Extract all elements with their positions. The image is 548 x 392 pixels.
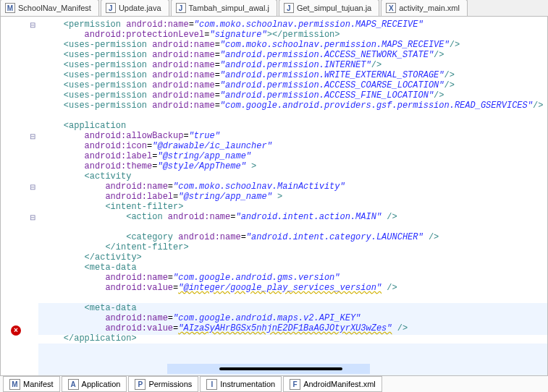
permissions-icon: P — [135, 379, 146, 390]
form-editor-tabs: MManifest AApplication PPermissions IIns… — [0, 375, 548, 392]
fold-toggle[interactable]: ⊟ — [28, 184, 37, 192]
file-icon: F — [290, 379, 300, 390]
tab-manifest[interactable]: MManifest — [3, 376, 60, 392]
tab-tambah-simpul[interactable]: JTambah_simpul_awal.j — [171, 0, 277, 16]
tab-get-simpul[interactable]: JGet_simpul_tujuan.ja — [279, 0, 379, 16]
java-icon: J — [106, 3, 116, 13]
manifest-icon: M — [9, 379, 20, 390]
editor-shell: ⊟ ⊟ ⊟ ⊟ × <permission android:name="com.… — [0, 16, 548, 376]
editor-tabs: MSchoolNav_Manifest JUpdate.java JTambah… — [0, 0, 548, 17]
java-icon: J — [176, 3, 186, 13]
fold-toggle[interactable]: ⊟ — [28, 133, 37, 142]
tab-instrumentation[interactable]: IInstrumentation — [200, 376, 282, 392]
fold-toggle[interactable]: ⊟ — [28, 22, 37, 30]
tab-update-java[interactable]: JUpdate.java — [101, 0, 169, 16]
fold-toggle[interactable]: ⊟ — [28, 214, 37, 223]
tab-schoolnav-manifest[interactable]: MSchoolNav_Manifest — [0, 0, 99, 16]
editor-gutter: ⊟ ⊟ ⊟ ⊟ × — [1, 17, 39, 375]
instrumentation-icon: I — [206, 379, 217, 390]
source-code[interactable]: <permission android:name="com.moko.schoo… — [38, 17, 547, 344]
xml-icon: X — [386, 3, 396, 13]
tab-androidmanifest-xml[interactable]: FAndroidManifest.xml — [283, 376, 382, 392]
error-icon: × — [11, 325, 21, 336]
application-icon: A — [68, 379, 79, 390]
tab-permissions[interactable]: PPermissions — [128, 376, 198, 392]
tab-activity-main-xml[interactable]: Xactivity_main.xml — [381, 0, 468, 16]
redaction-overlay — [219, 367, 342, 370]
manifest-icon: M — [5, 3, 15, 13]
editor-code-area[interactable]: <permission android:name="com.moko.schoo… — [38, 17, 547, 375]
tab-application[interactable]: AApplication — [62, 376, 127, 392]
java-icon: J — [284, 3, 294, 13]
